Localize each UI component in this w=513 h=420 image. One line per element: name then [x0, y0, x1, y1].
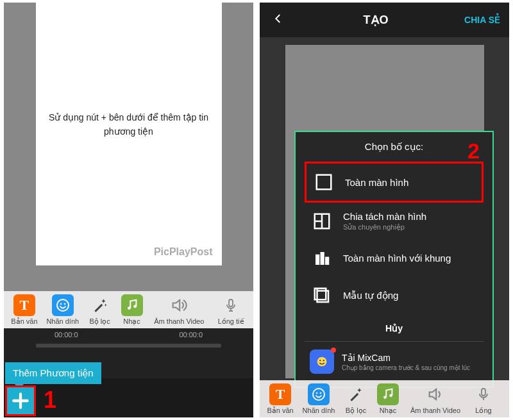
tool-voice-r[interactable]: Lồng: [467, 381, 500, 417]
text-icon: T: [13, 294, 35, 316]
annotation-marker-1: 1: [44, 387, 56, 414]
layout-option-frame[interactable]: Toàn màn hình với khung: [305, 240, 484, 277]
toolbar: T Bản văn Nhãn dính Bộ lọc Nhạc Âm tha: [4, 291, 253, 328]
svg-point-22: [389, 394, 392, 397]
divider: [305, 341, 484, 342]
mic-icon: [473, 383, 494, 405]
svg-rect-10: [315, 255, 319, 265]
notification-dot-icon: [331, 348, 336, 353]
hint-text: Sử dụng nút + bên dưới để thêm tập tin p…: [49, 110, 209, 139]
time-start: 00:00:0: [55, 331, 78, 339]
music-icon: [377, 383, 399, 405]
tool-music-r[interactable]: Nhạc: [373, 381, 403, 417]
svg-point-21: [383, 396, 387, 399]
tool-filter[interactable]: Bộ lọc: [83, 292, 117, 328]
fullscreen-icon: [313, 171, 335, 193]
cancel-button[interactable]: Hủy: [305, 314, 484, 340]
layout-option-split[interactable]: Chia tách màn hình Sửa chuyên nghiệp: [305, 203, 484, 240]
tool-text-r[interactable]: T Bản văn: [262, 381, 298, 417]
header: TẠO CHIA SẺ: [260, 3, 509, 37]
tool-sticker[interactable]: Nhãn dính: [42, 292, 83, 328]
editor-panel-right: TẠO CHIA SẺ Chọn bố cục: 2 Toàn màn hình…: [260, 3, 509, 417]
layout-option-fullscreen[interactable]: Toàn màn hình: [305, 162, 484, 203]
svg-point-17: [323, 360, 324, 361]
svg-point-0: [57, 299, 69, 311]
frame-icon: [311, 248, 333, 269]
svg-rect-11: [321, 252, 324, 265]
mic-icon: [220, 294, 242, 316]
svg-point-20: [320, 392, 322, 394]
annotation-marker-2: 2: [467, 139, 480, 164]
music-icon: [121, 294, 143, 316]
tool-audio-r[interactable]: Âm thanh Video: [403, 381, 467, 417]
magic-wand-icon: [345, 383, 367, 405]
svg-point-19: [316, 392, 318, 394]
auto-template-icon: [311, 285, 333, 307]
svg-point-4: [133, 305, 137, 308]
tool-text[interactable]: T Bản văn: [6, 292, 42, 328]
split-icon: [311, 210, 333, 232]
layout-option-auto[interactable]: Mẫu tự động: [305, 277, 484, 314]
svg-point-15: [317, 357, 327, 367]
speaker-icon: [425, 383, 446, 405]
tool-voice[interactable]: Lồng tiế: [211, 292, 251, 328]
sticker-icon: [52, 294, 74, 316]
share-button[interactable]: CHIA SẺ: [464, 15, 500, 25]
tool-filter-r[interactable]: Bộ lọc: [339, 381, 373, 417]
back-button[interactable]: [269, 9, 288, 31]
tool-audio[interactable]: Âm thanh Video: [147, 292, 211, 328]
add-media-button[interactable]: [5, 385, 36, 416]
header-title: TẠO: [364, 13, 389, 27]
toolbar-right: T Bản văn Nhãn dính Bộ lọc Nhạc Âm tha: [260, 380, 509, 417]
svg-rect-23: [482, 389, 485, 396]
watermark: PicPlayPost: [154, 246, 213, 258]
time-end: 00:00:0: [179, 331, 203, 339]
mixcam-app-icon: [310, 349, 334, 374]
canvas-area: Sử dụng nút + bên dưới để thêm tập tin p…: [4, 3, 253, 291]
modal-title: Chọn bố cục:: [365, 141, 423, 153]
svg-rect-12: [325, 257, 329, 265]
svg-point-3: [128, 307, 131, 310]
media-placeholder[interactable]: Sử dụng nút + bên dưới để thêm tập tin p…: [36, 3, 222, 265]
tool-music[interactable]: Nhạc: [117, 292, 147, 328]
tool-sticker-r[interactable]: Nhãn dính: [298, 381, 339, 417]
sticker-icon: [308, 383, 330, 405]
mixcam-promo[interactable]: Tải MixCam Chụp bằng camera trước & sau …: [305, 343, 484, 380]
svg-point-1: [60, 303, 62, 305]
svg-rect-6: [317, 175, 332, 190]
time-track[interactable]: [36, 344, 221, 348]
speaker-icon: [168, 294, 190, 316]
svg-point-16: [319, 360, 321, 361]
magic-wand-icon: [89, 294, 111, 316]
svg-point-18: [313, 389, 324, 400]
add-media-tooltip: Thêm Phương tiện: [5, 362, 101, 384]
svg-point-2: [63, 303, 65, 305]
layout-modal: Chọn bố cục: 2 Toàn màn hình Chia tách m…: [294, 131, 494, 388]
editor-panel-left: Sử dụng nút + bên dưới để thêm tập tin p…: [4, 3, 253, 417]
svg-rect-5: [229, 299, 233, 307]
text-icon: T: [269, 383, 291, 405]
